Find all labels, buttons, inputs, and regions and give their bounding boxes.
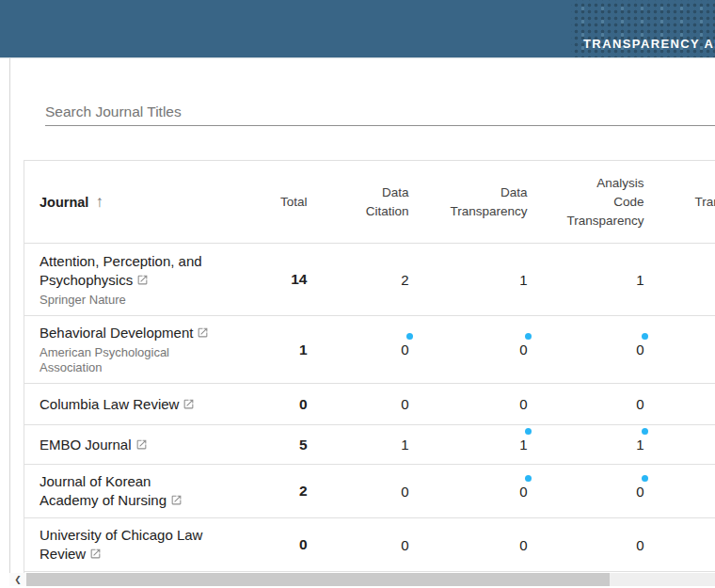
recent-activity-dot [642,475,648,482]
analysis-code-transparency-value: 0 [543,465,659,518]
total-value: 1 [262,316,323,384]
total-value: 0 [262,518,323,572]
data-citation-value: 0 [323,316,424,384]
total-value: 2 [262,465,323,518]
scrollbar-track[interactable] [26,573,715,586]
data-transparency-value: 0 [424,316,543,384]
table-row: Behavioral Development American Psycholo… [24,316,715,384]
recent-activity-dot [406,333,413,340]
total-value: 5 [262,425,323,465]
column-header-analysis-code-transparency[interactable]: Analysis Code Transparency [543,161,659,244]
table-row: Columbia Law Review 0 0 0 0 [24,384,715,425]
table-header-row: Journal ↑ Total Data Citation Data Trans… [24,161,715,244]
publisher-label: Springer Nature [40,293,255,308]
data-citation-value: 2 [323,244,424,316]
data-citation-value: 1 [323,425,424,465]
journals-table: Journal ↑ Total Data Citation Data Trans… [24,160,715,588]
table-row: Attention, Perception, and Psychophysics… [24,244,715,316]
journal-link[interactable]: University of Chicago Law Review [40,526,255,564]
external-link-icon [170,494,183,506]
recent-activity-dot [642,333,648,340]
external-link-icon [135,438,148,451]
data-citation-value: 0 [323,465,424,518]
data-transparency-value: 1 [424,244,543,316]
journal-link[interactable]: Journal of Korean Academy of Nursing [40,472,255,510]
recent-activity-dot [525,333,532,340]
analysis-code-transparency-value: 0 [543,518,659,572]
journal-link[interactable]: Behavioral Development [40,324,255,342]
external-link-icon [89,548,102,560]
total-value: 0 [262,384,323,425]
column-header-data-transparency[interactable]: Data Transparency [424,161,543,244]
data-transparency-value: 0 [424,465,543,518]
publisher-label: American Psychological Association [40,345,255,375]
scrollbar-thumb[interactable] [26,573,610,586]
table-row: University of Chicago Law Review 0 0 0 0 [24,518,715,572]
column-header-total[interactable]: Total [262,161,323,244]
column-header-clipped[interactable]: Tran [659,161,715,244]
external-link-icon [183,398,195,410]
analysis-code-transparency-value: 0 [543,316,659,384]
app-title: TRANSPARENCY AN [583,37,715,51]
recent-activity-dot [642,428,648,435]
search-input[interactable] [45,98,715,126]
table-row: EMBO Journal 5 1 1 1 [24,425,715,465]
horizontal-scrollbar[interactable]: ❮ [9,573,715,586]
data-transparency-value: 0 [424,384,543,425]
journal-link[interactable]: Columbia Law Review [40,395,255,414]
data-citation-value: 0 [323,384,424,425]
analysis-code-transparency-value: 0 [543,384,659,425]
table-row: Journal of Korean Academy of Nursing 2 0… [24,465,715,518]
analysis-code-transparency-value: 1 [543,244,659,316]
data-transparency-value: 0 [424,518,543,572]
recent-activity-dot [525,428,532,435]
total-value: 14 [262,244,323,316]
app-header: TRANSPARENCY AN [0,0,715,58]
journal-link[interactable]: EMBO Journal [40,436,255,454]
column-header-journal[interactable]: Journal ↑ [24,161,262,244]
recent-activity-dot [525,475,532,482]
page-left-border [9,58,10,573]
external-link-icon [136,274,149,286]
data-transparency-value: 1 [424,425,543,465]
scroll-left-button[interactable]: ❮ [9,573,26,586]
analysis-code-transparency-value: 1 [543,425,659,465]
data-citation-value: 0 [323,518,424,572]
journal-link[interactable]: Attention, Perception, and Psychophysics [40,252,255,290]
external-link-icon [197,326,209,339]
column-header-data-citation[interactable]: Data Citation [323,161,424,244]
sort-ascending-icon[interactable]: ↑ [95,194,103,210]
